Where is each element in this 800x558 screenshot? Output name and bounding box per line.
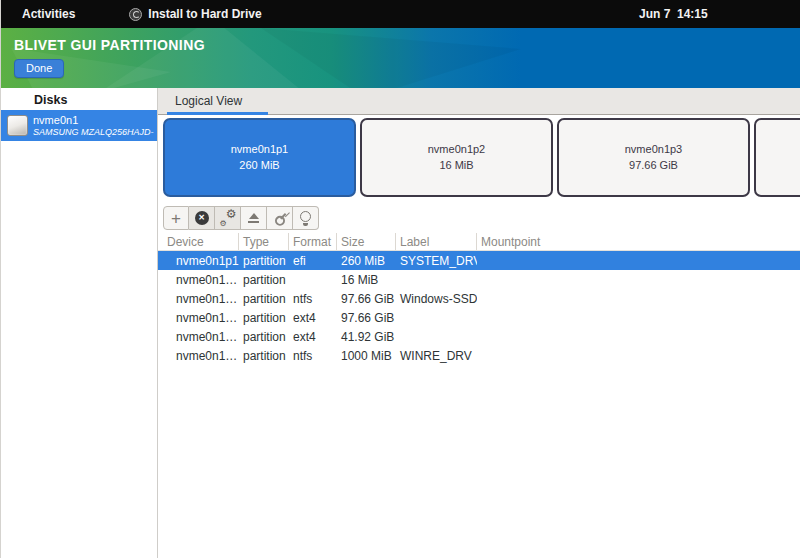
disk-model: SAMSUNG MZALQ256HAJD- bbox=[33, 127, 154, 137]
clock[interactable]: Jun 7 14:15 bbox=[639, 0, 708, 28]
edit-partition-button[interactable] bbox=[215, 206, 241, 230]
cell-type: partition bbox=[239, 251, 289, 270]
table-body: nvme0n1p1partitionefi260 MiBSYSTEM_DRVnv… bbox=[158, 251, 800, 365]
cell-mountpoint bbox=[477, 308, 800, 327]
column-header-device[interactable]: Device bbox=[158, 233, 239, 250]
disk-name: nvme0n1 bbox=[33, 114, 154, 127]
cell-size: 260 MiB bbox=[337, 251, 396, 270]
partition-block-name: nvme0n1p2 bbox=[428, 142, 486, 158]
cell-format: ext4 bbox=[289, 327, 337, 346]
eject-icon bbox=[248, 213, 259, 224]
table-row[interactable]: nvme0n1…partitionntfs97.66 GiBWindows-SS… bbox=[158, 289, 800, 308]
done-button[interactable]: Done bbox=[14, 59, 64, 78]
gears-icon bbox=[220, 210, 236, 226]
info-button[interactable] bbox=[293, 206, 319, 230]
table-row[interactable]: nvme0n1…partitionntfs1000 MiBWINRE_DRV bbox=[158, 346, 800, 365]
partition-block-size: 97.66 GiB bbox=[629, 158, 678, 174]
cell-label bbox=[396, 327, 477, 346]
cell-label: Windows-SSD bbox=[396, 289, 477, 308]
table-row[interactable]: nvme0n1p1partitionefi260 MiBSYSTEM_DRV bbox=[158, 251, 800, 270]
app-menu[interactable]: Install to Hard Drive bbox=[129, 7, 261, 21]
toolbar bbox=[163, 206, 800, 230]
delete-icon bbox=[195, 211, 209, 225]
partition-block[interactable]: nvme0n1p1260 MiB bbox=[163, 118, 356, 197]
cell-type: partition bbox=[239, 346, 289, 365]
table-header: DeviceTypeFormatSizeLabelMountpoint bbox=[158, 233, 800, 251]
cell-format: ntfs bbox=[289, 289, 337, 308]
disks-header: Disks bbox=[1, 88, 157, 110]
cell-mountpoint bbox=[477, 251, 800, 270]
cell-format bbox=[289, 270, 337, 289]
cell-mountpoint bbox=[477, 270, 800, 289]
cell-label bbox=[396, 308, 477, 327]
column-header-size[interactable]: Size bbox=[337, 233, 396, 250]
activities-button[interactable]: Activities bbox=[16, 5, 81, 23]
partition-block-name: nvme0n1p3 bbox=[625, 142, 683, 158]
column-header-type[interactable]: Type bbox=[239, 233, 289, 250]
cell-size: 97.66 GiB bbox=[337, 289, 396, 308]
partition-block[interactable]: nvme0n1p216 MiB bbox=[360, 118, 553, 197]
content-area: Disks nvme0n1 SAMSUNG MZALQ256HAJD- Logi… bbox=[1, 88, 800, 558]
partition-blocks: nvme0n1p1260 MiBnvme0n1p216 MiBnvme0n1p3… bbox=[158, 115, 800, 201]
cell-size: 16 MiB bbox=[337, 270, 396, 289]
hub-header: BLIVET GUI PARTITIONING Done bbox=[1, 28, 800, 88]
disk-list-item[interactable]: nvme0n1 SAMSUNG MZALQ256HAJD- bbox=[1, 110, 157, 141]
cell-device: nvme0n1… bbox=[158, 270, 239, 289]
cell-type: partition bbox=[239, 289, 289, 308]
cell-format: ext4 bbox=[289, 308, 337, 327]
cell-mountpoint bbox=[477, 327, 800, 346]
partition-block-name: nvme0n1p1 bbox=[231, 142, 289, 158]
disk-text: nvme0n1 SAMSUNG MZALQ256HAJD- bbox=[33, 114, 154, 137]
cell-type: partition bbox=[239, 270, 289, 289]
cell-size: 1000 MiB bbox=[337, 346, 396, 365]
add-partition-button[interactable] bbox=[163, 206, 189, 230]
table-row[interactable]: nvme0n1…partitionext441.92 GiB bbox=[158, 327, 800, 346]
tab-bar: Logical View bbox=[158, 88, 800, 115]
table-row[interactable]: nvme0n1…partition16 MiB bbox=[158, 270, 800, 289]
partition-table: DeviceTypeFormatSizeLabelMountpoint nvme… bbox=[158, 233, 800, 365]
cell-size: 41.92 GiB bbox=[337, 327, 396, 346]
delete-partition-button[interactable] bbox=[189, 206, 215, 230]
column-header-format[interactable]: Format bbox=[289, 233, 337, 250]
cell-label: SYSTEM_DRV bbox=[396, 251, 477, 270]
cell-format: efi bbox=[289, 251, 337, 270]
app-menu-label: Install to Hard Drive bbox=[148, 7, 261, 21]
cell-device: nvme0n1… bbox=[158, 289, 239, 308]
cell-type: partition bbox=[239, 327, 289, 346]
cell-device: nvme0n1… bbox=[158, 346, 239, 365]
decrypt-button[interactable] bbox=[267, 206, 293, 230]
cell-label: WINRE_DRV bbox=[396, 346, 477, 365]
partition-block[interactable] bbox=[754, 118, 800, 197]
bulb-icon bbox=[300, 211, 311, 226]
cell-mountpoint bbox=[477, 289, 800, 308]
unmount-button[interactable] bbox=[241, 206, 267, 230]
partition-block[interactable]: nvme0n1p397.66 GiB bbox=[557, 118, 750, 197]
hard-drive-icon bbox=[7, 115, 28, 136]
cell-format: ntfs bbox=[289, 346, 337, 365]
plus-icon bbox=[171, 210, 181, 227]
cell-type: partition bbox=[239, 308, 289, 327]
key-icon bbox=[270, 208, 290, 228]
disks-sidebar: Disks nvme0n1 SAMSUNG MZALQ256HAJD- bbox=[1, 88, 158, 558]
cell-size: 97.66 GiB bbox=[337, 308, 396, 327]
column-header-label[interactable]: Label bbox=[396, 233, 477, 250]
top-bar: Activities Install to Hard Drive Jun 7 1… bbox=[1, 0, 800, 28]
cell-device: nvme0n1… bbox=[158, 327, 239, 346]
tab-logical-view[interactable]: Logical View bbox=[167, 88, 268, 114]
table-row[interactable]: nvme0n1…partitionext497.66 GiB bbox=[158, 308, 800, 327]
cell-label bbox=[396, 270, 477, 289]
installer-app-icon bbox=[129, 8, 142, 21]
cell-device: nvme0n1… bbox=[158, 308, 239, 327]
partition-block-size: 260 MiB bbox=[239, 158, 279, 174]
cell-mountpoint bbox=[477, 346, 800, 365]
cell-device: nvme0n1p1 bbox=[158, 251, 239, 270]
column-header-mountpoint[interactable]: Mountpoint bbox=[477, 233, 800, 250]
partition-block-size: 16 MiB bbox=[439, 158, 473, 174]
page-title: BLIVET GUI PARTITIONING bbox=[1, 28, 800, 53]
main-panel: Logical View nvme0n1p1260 MiBnvme0n1p216… bbox=[158, 88, 800, 558]
